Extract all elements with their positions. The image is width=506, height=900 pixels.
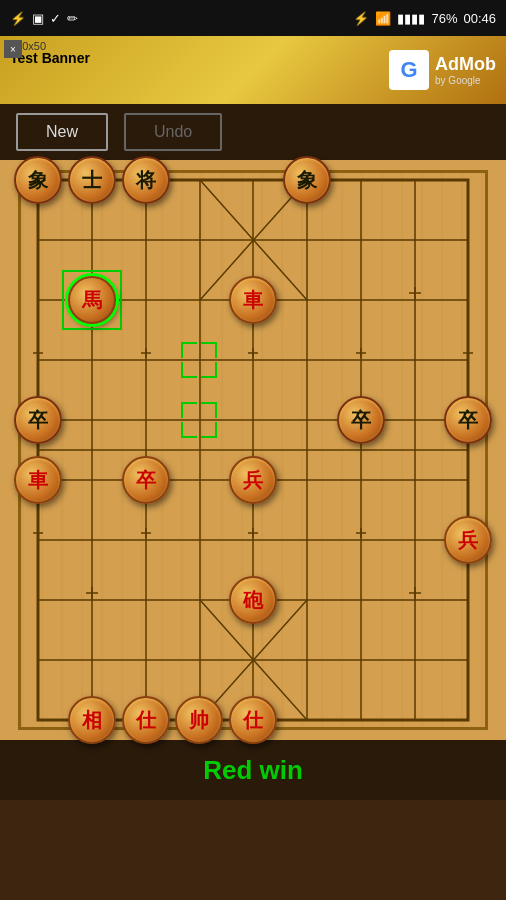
board-area: 象士将象馬車卒卒卒車卒兵兵砲相仕帅仕: [0, 160, 506, 740]
bottom-bar: [0, 800, 506, 900]
ad-close-button[interactable]: ×: [4, 40, 22, 58]
check-icon: ✓: [50, 11, 61, 26]
time-text: 00:46: [463, 11, 496, 26]
toolbar: New Undo: [0, 104, 506, 160]
piece-b-shi1[interactable]: 士: [68, 156, 116, 204]
usb-icon: ⚡: [10, 11, 26, 26]
piece-r-shi1[interactable]: 仕: [122, 696, 170, 744]
piece-r-shuai[interactable]: 帅: [175, 696, 223, 744]
new-button[interactable]: New: [16, 113, 108, 151]
piece-r-xiang[interactable]: 相: [68, 696, 116, 744]
piece-b-zu1[interactable]: 卒: [14, 396, 62, 444]
status-bar: ⚡ ▣ ✓ ✏ ⚡ 📶 ▮▮▮▮ 76% 00:46: [0, 0, 506, 36]
piece-r-pao[interactable]: 砲: [229, 576, 277, 624]
result-text: Red win: [203, 755, 303, 786]
ad-logo: G AdMob by Google: [389, 50, 496, 90]
undo-button[interactable]: Undo: [124, 113, 222, 151]
piece-b-ma[interactable]: 馬: [68, 276, 116, 324]
piece-r-bing1[interactable]: 兵: [229, 456, 277, 504]
board-grid: [18, 170, 488, 730]
admob-g-icon: G: [389, 50, 429, 90]
status-right-icons: ⚡ 📶 ▮▮▮▮ 76% 00:46: [353, 11, 496, 26]
battery-text: 76%: [431, 11, 457, 26]
signal-icon: ▮▮▮▮: [397, 11, 425, 26]
result-area: Red win: [0, 740, 506, 800]
piece-b-xiang2[interactable]: 象: [283, 156, 331, 204]
square-icon: ▣: [32, 11, 44, 26]
status-left-icons: ⚡ ▣ ✓ ✏: [10, 11, 78, 26]
ad-banner: × 320x50 Test Banner G AdMob by Google: [0, 36, 506, 104]
piece-b-ju[interactable]: 車: [229, 276, 277, 324]
piece-b-jiang[interactable]: 将: [122, 156, 170, 204]
bluetooth-icon: ⚡: [353, 11, 369, 26]
piece-r-bing2[interactable]: 兵: [444, 516, 492, 564]
piece-r-ju[interactable]: 車: [14, 456, 62, 504]
admob-brand: AdMob by Google: [435, 54, 496, 86]
piece-r-zu[interactable]: 卒: [122, 456, 170, 504]
piece-r-shi2[interactable]: 仕: [229, 696, 277, 744]
piece-b-zu2[interactable]: 卒: [337, 396, 385, 444]
edit-icon: ✏: [67, 11, 78, 26]
piece-b-zu3[interactable]: 卒: [444, 396, 492, 444]
chess-board[interactable]: 象士将象馬車卒卒卒車卒兵兵砲相仕帅仕: [18, 170, 488, 730]
piece-b-xiang1[interactable]: 象: [14, 156, 62, 204]
wifi-icon: 📶: [375, 11, 391, 26]
